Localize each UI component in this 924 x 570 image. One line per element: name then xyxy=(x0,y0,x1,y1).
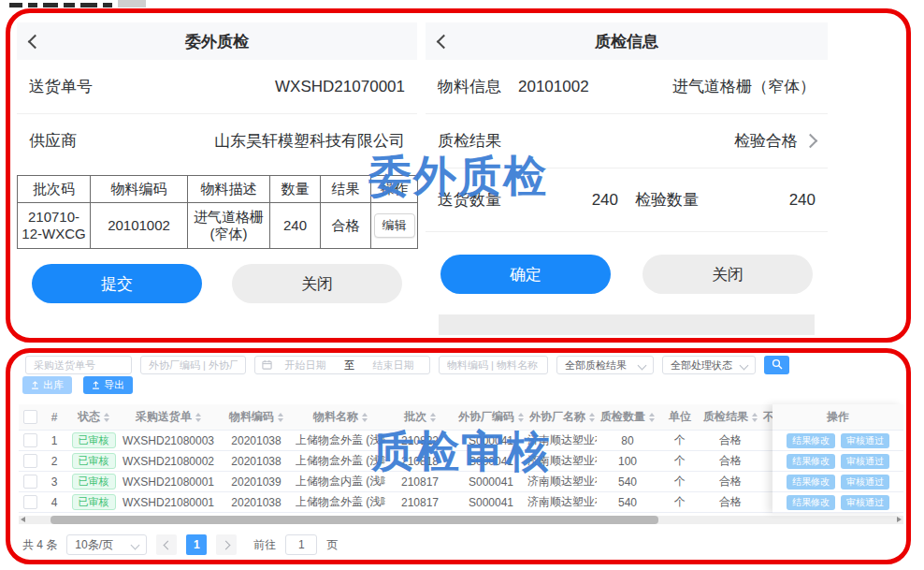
sort-icon[interactable] xyxy=(430,413,436,422)
pagination: 共 4 条 10条/页 1 前往 页 xyxy=(22,534,338,555)
left-panel-buttons: 提交 关闭 xyxy=(32,264,402,303)
col-result: 结果 xyxy=(321,176,371,203)
page-size-value: 10条/页 xyxy=(75,537,113,553)
delivery-order-row: 送货单号 WXSHD21070001 xyxy=(17,60,417,114)
confirm-button[interactable]: 确定 xyxy=(440,255,611,294)
row-checkbox[interactable] xyxy=(23,433,37,447)
vendor-search-input[interactable] xyxy=(140,356,246,374)
scroll-left-arrow-icon[interactable] xyxy=(21,517,25,522)
col-action: 操作 xyxy=(371,176,418,203)
start-date-placeholder[interactable]: 开始日期 xyxy=(276,358,335,373)
date-range-picker[interactable]: 开始日期 至 结束日期 xyxy=(254,356,430,374)
action-column: 操作 结果修改 审核通过 结果修改 审核通过 结果修改 审核通过 结果修改 审核… xyxy=(772,404,903,513)
row-checkbox[interactable] xyxy=(23,475,37,489)
export-button[interactable]: 导出 xyxy=(83,376,133,394)
material-info-row: 物料信息 20101002 进气道格栅（窄体） xyxy=(426,60,828,114)
next-page-button[interactable] xyxy=(216,534,237,555)
submit-button[interactable]: 提交 xyxy=(32,264,202,303)
sort-icon[interactable] xyxy=(518,413,524,422)
item-code: 20101002 xyxy=(91,203,188,249)
sort-icon[interactable] xyxy=(649,413,655,422)
edit-button[interactable]: 编辑 xyxy=(374,213,415,238)
order-search-input[interactable] xyxy=(25,356,132,374)
item-batch: 210710-12-WXCG xyxy=(18,203,91,249)
table-row: 2 已审核 WXSHD21080002 20201038 上储物盒外盖 (浅啡)… xyxy=(19,451,816,472)
scroll-right-arrow-icon[interactable] xyxy=(897,517,902,522)
chevron-down-icon xyxy=(638,360,647,370)
action-row: 结果修改 审核通过 xyxy=(772,472,903,492)
scrollbar-thumb[interactable] xyxy=(51,516,658,524)
table-row: 4 已审核 WXSHD21080001 20201038 上储物盒外盖 (浅啡)… xyxy=(19,492,816,513)
items-header-row: 批次码 物料编码 物料描述 数量 结果 操作 xyxy=(18,176,418,203)
prev-page-button[interactable] xyxy=(156,534,177,555)
inspection-items-table: 批次码 物料编码 物料描述 数量 结果 操作 210710-12-WXCG 20… xyxy=(17,175,418,249)
page-size-select[interactable]: 10条/页 xyxy=(66,534,147,555)
inspection-result-value: 检验合格 xyxy=(734,130,798,152)
bottom-gray-bar xyxy=(439,314,815,335)
right-panel-navbar: 质检信息 xyxy=(426,22,828,60)
search-button[interactable] xyxy=(764,356,789,374)
select-all-checkbox[interactable] xyxy=(23,410,37,424)
approve-button[interactable]: 审核通过 xyxy=(841,495,889,510)
sort-icon[interactable] xyxy=(195,413,201,422)
action-row: 结果修改 审核通过 xyxy=(772,492,903,513)
action-bar: 出库 导出 xyxy=(22,376,133,394)
horizontal-scrollbar[interactable] xyxy=(19,516,903,524)
sort-icon[interactable] xyxy=(362,413,368,422)
inspection-info-panel: 质检信息 物料信息 20101002 进气道格栅（窄体） 质检结果 检验合格 送… xyxy=(426,22,828,335)
modify-result-button[interactable]: 结果修改 xyxy=(787,454,835,469)
sort-icon[interactable] xyxy=(104,413,109,422)
col-status[interactable]: 状态 xyxy=(67,404,120,431)
total-count: 共 4 条 xyxy=(22,537,57,553)
chevron-right-icon xyxy=(221,540,230,549)
status-filter-select[interactable]: 全部处理状态 xyxy=(662,356,756,374)
col-qty[interactable]: 质检数量 xyxy=(597,404,658,431)
goto-page-input[interactable] xyxy=(285,534,317,555)
close-button-left[interactable]: 关闭 xyxy=(232,264,402,303)
modify-result-button[interactable]: 结果修改 xyxy=(787,475,835,490)
result-filter-value: 全部质检结果 xyxy=(565,358,627,373)
sort-icon[interactable] xyxy=(278,413,283,422)
page-1-button[interactable]: 1 xyxy=(186,534,207,555)
modify-result-button[interactable]: 结果修改 xyxy=(787,495,835,510)
col-unit: 单位 xyxy=(658,404,701,431)
screenshot-root: 委外质检 送货单号 WXSHD21070001 供应商 山东昊轩模塑科技有限公司… xyxy=(0,0,924,570)
action-row: 结果修改 审核通过 xyxy=(772,431,903,451)
delivery-order-label: 送货单号 xyxy=(29,76,93,97)
approve-button[interactable]: 审核通过 xyxy=(841,454,889,469)
end-date-placeholder[interactable]: 结束日期 xyxy=(364,358,423,373)
item-qty: 240 xyxy=(270,203,321,249)
status-badge: 已审核 xyxy=(72,432,116,448)
outbound-button[interactable]: 出库 xyxy=(22,376,72,394)
modify-result-button[interactable]: 结果修改 xyxy=(787,433,835,448)
result-filter-select[interactable]: 全部质检结果 xyxy=(556,356,654,374)
inspection-result-row[interactable]: 质检结果 检验合格 xyxy=(426,114,828,168)
row-checkbox[interactable] xyxy=(23,495,37,509)
col-material-code[interactable]: 物料编码 xyxy=(217,404,296,431)
action-row: 结果修改 审核通过 xyxy=(772,451,903,472)
col-material-desc: 物料描述 xyxy=(188,176,270,203)
col-result[interactable]: 质检结果 xyxy=(701,404,759,431)
inspect-qty-value: 240 xyxy=(789,191,816,210)
col-vendor-code[interactable]: 外协厂编码 xyxy=(455,404,527,431)
sort-icon[interactable] xyxy=(589,413,595,422)
supplier-row: 供应商 山东昊轩模塑科技有限公司 xyxy=(17,114,417,168)
item-row: 210710-12-WXCG 20101002 进气道格栅(窄体) 240 合格… xyxy=(18,203,418,249)
close-button-right[interactable]: 关闭 xyxy=(642,255,813,294)
col-vendor-name[interactable]: 外协厂名称 xyxy=(527,404,597,431)
status-badge: 已审核 xyxy=(72,453,116,469)
left-panel-title: 委外质检 xyxy=(17,31,417,52)
material-search-input[interactable] xyxy=(439,356,548,374)
material-name-value: 进气道格栅（窄体） xyxy=(672,76,816,97)
sort-icon[interactable] xyxy=(752,413,758,422)
col-order[interactable]: 采购送货单 xyxy=(120,404,217,431)
row-checkbox[interactable] xyxy=(23,454,37,468)
approve-button[interactable]: 审核通过 xyxy=(841,475,889,490)
col-material-name[interactable]: 物料名称 xyxy=(296,404,385,431)
table-row: 3 已审核 WXSHD21080001 20201039 上储物盒内盖 (浅啡)… xyxy=(19,472,816,492)
filter-bar: 开始日期 至 结束日期 全部质检结果 全部处理状态 xyxy=(25,356,789,374)
quantity-row: 送货数量 240 检验数量 240 xyxy=(426,168,828,232)
approve-button[interactable]: 审核通过 xyxy=(841,433,889,448)
col-batch[interactable]: 批次 xyxy=(385,404,455,431)
search-icon xyxy=(772,358,783,373)
